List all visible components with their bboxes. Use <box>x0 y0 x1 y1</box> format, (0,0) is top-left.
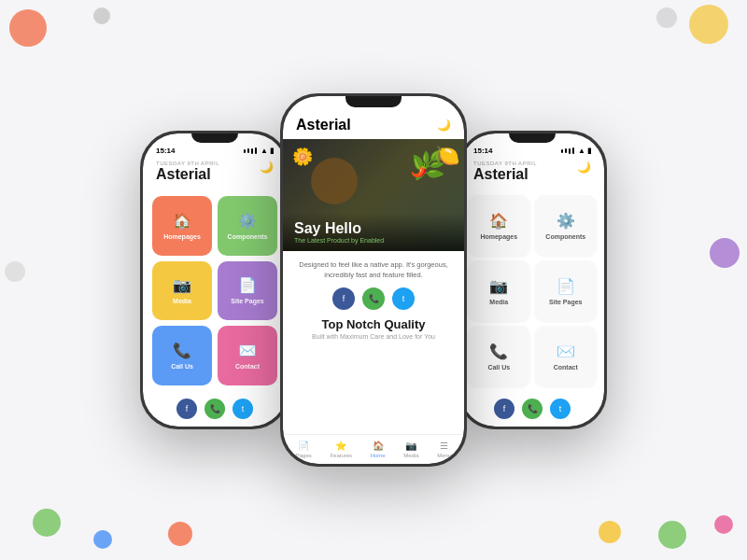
right-menu-media[interactable]: 📷 Media <box>468 260 530 321</box>
right-menu-site-pages[interactable]: 📄 Site Pages <box>535 260 598 321</box>
nav-pages-icon: 📄 <box>298 441 309 451</box>
r-phone-icon: 📞 <box>489 343 508 360</box>
left-menu-site-pages[interactable]: 📄 Site Pages <box>218 261 277 321</box>
nav-features[interactable]: ⭐ Features <box>330 441 352 458</box>
right-app-title: Asterial <box>473 166 591 183</box>
nav-home-label: Home <box>371 453 386 458</box>
left-phone-btn[interactable]: 📞 <box>204 399 225 419</box>
right-menu-call-us[interactable]: 📞 Call Us <box>468 326 530 386</box>
right-twitter-btn[interactable]: t <box>550 399 571 419</box>
camera-icon: 📷 <box>173 276 191 294</box>
nav-home-icon: 🏠 <box>373 441 384 451</box>
r-mail-icon: ✉️ <box>557 343 575 360</box>
r-call-icon: 📞 <box>528 404 538 413</box>
home-icon: 🏠 <box>173 212 191 230</box>
right-time: 15:14 <box>473 147 492 155</box>
nav-media-icon: 📷 <box>405 441 416 451</box>
center-description: Designed to feel like a native app. It's… <box>296 260 451 280</box>
nav-features-label: Features <box>330 453 352 458</box>
nav-menu-icon: ☰ <box>440 441 448 451</box>
left-status-icons: ▲ ▮ <box>244 147 274 155</box>
twitter-icon: t <box>242 404 245 413</box>
call-icon: 📞 <box>210 404 220 413</box>
right-phone-header: 🌙 TUESDAY 9TH APRIL Asterial <box>460 159 604 190</box>
site-pages-label: Site Pages <box>231 298 263 304</box>
center-phone-btn[interactable]: 📞 <box>362 287 385 310</box>
r-home-icon: 🏠 <box>489 212 508 230</box>
hero-image: 🌿 🍋 🌼 🌶️ Say Hello The Latest Product by… <box>283 139 464 251</box>
right-status-icons: ▲ ▮ <box>561 147 591 155</box>
right-phone: 15:14 ▲ ▮ 🌙 TUESDAY 9TH APRIL Asterial 🏠 <box>458 131 607 429</box>
left-menu-call-us[interactable]: 📞 Call Us <box>152 326 212 385</box>
left-menu-media[interactable]: 📷 Media <box>152 261 212 321</box>
left-menu-homepages[interactable]: 🏠 Homepages <box>152 196 212 256</box>
gear-icon: ⚙️ <box>238 212 257 230</box>
right-menu-contact[interactable]: ✉️ Contact <box>535 326 598 386</box>
right-phone-notch <box>509 133 556 143</box>
section-title: Top Notch Quality <box>296 317 451 331</box>
signal-2 <box>247 148 249 153</box>
left-twitter-btn[interactable]: t <box>233 399 253 419</box>
right-moon-icon: 🌙 <box>577 161 591 174</box>
center-phone-screen: Asterial 🌙 🌿 🍋 🌼 🌶️ Say Hello The Latest… <box>283 96 464 464</box>
hero-title: Say Hello <box>294 220 453 237</box>
left-moon-icon: 🌙 <box>260 161 274 174</box>
left-facebook-btn[interactable]: f <box>176 399 197 419</box>
center-phone-notch <box>345 96 402 107</box>
contact-label: Contact <box>235 363 260 370</box>
r-site-pages-label: Site Pages <box>549 299 582 305</box>
hero-subtitle: The Latest Product by Enabled <box>294 237 453 244</box>
nav-menu-label: Menu <box>437 453 451 458</box>
media-label: Media <box>173 298 191 304</box>
call-us-label: Call Us <box>171 363 193 370</box>
center-call-icon: 📞 <box>369 294 379 303</box>
nav-pages-label: Pages <box>296 453 312 458</box>
left-phone-header: 🌙 TUESDAY 9TH APRIL Asterial <box>143 159 287 190</box>
r-gear-icon: ⚙️ <box>557 212 575 230</box>
left-menu-grid: 🏠 Homepages ⚙️ Components 📷 Media 📄 Site… <box>143 190 287 391</box>
r-wifi-icon: ▲ <box>578 147 585 155</box>
center-moon-icon: 🌙 <box>437 119 451 132</box>
center-social-bar: f 📞 t <box>296 287 451 310</box>
right-menu-components[interactable]: ⚙️ Components <box>535 195 598 256</box>
left-menu-components[interactable]: ⚙️ Components <box>218 196 277 256</box>
phones-container: 15:14 ▲ ▮ 🌙 TUESDAY 9TH APRIL Asterial 🏠 <box>0 0 747 560</box>
r-signal-3 <box>569 148 571 154</box>
r-media-label: Media <box>489 299 508 305</box>
left-phone: 15:14 ▲ ▮ 🌙 TUESDAY 9TH APRIL Asterial 🏠 <box>140 131 289 429</box>
right-menu-homepages[interactable]: 🏠 Homepages <box>468 195 530 256</box>
left-phone-screen: 15:14 ▲ ▮ 🌙 TUESDAY 9TH APRIL Asterial 🏠 <box>143 133 287 427</box>
nav-media-label: Media <box>403 453 418 458</box>
wifi-icon: ▲ <box>261 147 268 155</box>
center-twitter-btn[interactable]: t <box>392 287 415 310</box>
r-twitter-icon: t <box>559 404 562 413</box>
left-phone-notch <box>191 133 238 143</box>
homepages-label: Homepages <box>163 233 201 240</box>
r-battery-icon: ▮ <box>587 147 591 155</box>
right-phone-btn[interactable]: 📞 <box>522 399 543 419</box>
right-phone-screen: 15:14 ▲ ▮ 🌙 TUESDAY 9TH APRIL Asterial 🏠 <box>460 133 604 427</box>
pepper-decoration: 🌶️ <box>411 162 427 177</box>
battery-icon: ▮ <box>270 147 274 155</box>
center-phone: Asterial 🌙 🌿 🍋 🌼 🌶️ Say Hello The Latest… <box>280 93 467 467</box>
nav-media[interactable]: 📷 Media <box>403 441 418 458</box>
r-signal-2 <box>565 148 567 153</box>
center-facebook-icon: f <box>343 294 345 303</box>
right-social-bar: f 📞 t <box>460 391 604 427</box>
nav-home[interactable]: 🏠 Home <box>371 441 386 458</box>
signal-4 <box>255 147 257 154</box>
r-homepages-label: Homepages <box>480 233 517 240</box>
right-facebook-btn[interactable]: f <box>494 399 514 419</box>
r-contact-label: Contact <box>554 364 578 371</box>
center-content: Designed to feel like a native app. It's… <box>283 251 464 434</box>
center-facebook-btn[interactable]: f <box>332 287 355 310</box>
bowl-decoration <box>311 158 358 204</box>
r-signal-1 <box>561 149 563 153</box>
left-menu-contact[interactable]: ✉️ Contact <box>218 326 277 385</box>
lime-decoration: 🍋 <box>434 144 459 168</box>
nav-pages[interactable]: 📄 Pages <box>296 441 312 458</box>
nav-menu[interactable]: ☰ Menu <box>437 441 451 458</box>
r-call-us-label: Call Us <box>487 364 510 371</box>
left-app-title: Asterial <box>156 166 274 183</box>
hero-overlay: Say Hello The Latest Product by Enabled <box>283 213 464 251</box>
